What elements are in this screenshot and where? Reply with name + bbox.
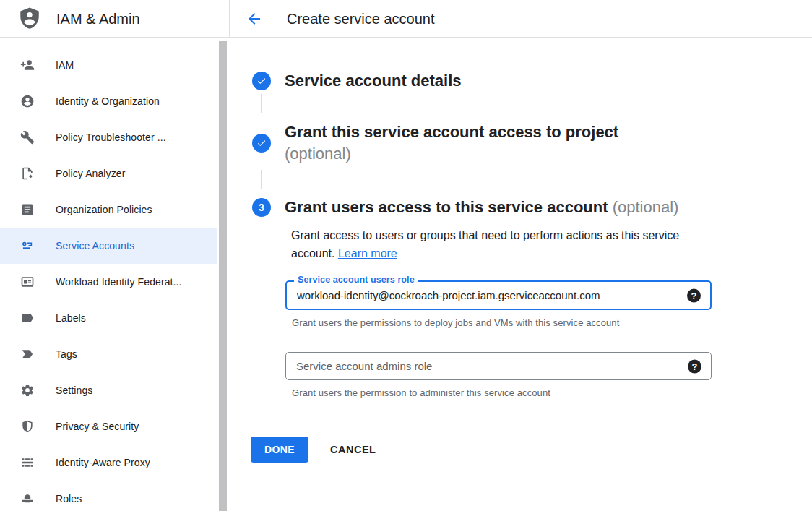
sidebar-item-policy-analyzer[interactable]: Policy Analyzer <box>0 155 217 192</box>
iam-shield-logo-icon <box>17 5 42 33</box>
sidebar-item-tags[interactable]: Tags <box>0 336 217 372</box>
sidebar-item-label: IAM <box>56 59 74 71</box>
sidebar-item-labels[interactable]: Labels <box>0 300 217 336</box>
help-icon[interactable]: ? <box>688 359 701 373</box>
sidebar-item-iam[interactable]: IAM <box>0 47 217 83</box>
step-3-description: Grant access to users or groups that nee… <box>291 226 694 262</box>
id-card-icon <box>20 275 35 289</box>
page-header: Create service account <box>230 0 812 38</box>
help-icon[interactable]: ? <box>687 288 701 302</box>
policy-analyzer-icon <box>20 166 35 181</box>
label-icon <box>20 311 35 325</box>
step-1-service-account-details: Service account details <box>252 70 462 92</box>
form-actions: DONE CANCEL <box>251 437 376 463</box>
step-2-grant-access-to-project: Grant this service account access to pro… <box>252 121 646 165</box>
sidebar-item-label: Settings <box>56 385 92 396</box>
step-3-title: Grant users access to this service accou… <box>285 197 678 218</box>
sidebar-scrollbar-thumb[interactable] <box>219 41 227 511</box>
create-service-account-form: Service account details Grant this servi… <box>230 38 812 511</box>
sidebar-item-label: Service Accounts <box>56 240 134 252</box>
sidebar-item-label: Tags <box>56 348 77 360</box>
sidebar-item-settings[interactable]: Settings <box>0 372 217 408</box>
done-button[interactable]: DONE <box>251 437 308 463</box>
sidebar-item-roles[interactable]: Roles <box>0 481 217 511</box>
account-circle-icon <box>20 94 35 108</box>
admins-role-helper-text: Grant users the permission to administer… <box>292 387 550 398</box>
proxy-icon <box>20 455 35 470</box>
back-arrow-icon[interactable] <box>246 10 263 27</box>
step-2-title: Grant this service account access to pro… <box>285 121 646 165</box>
page-title: Create service account <box>287 11 435 27</box>
service-account-users-role-field: Service account users role ? <box>285 280 712 310</box>
sidebar-item-policy-troubleshooter[interactable]: Policy Troubleshooter ... <box>0 119 217 155</box>
step-3-title-text: Grant users access to this service accou… <box>285 198 608 216</box>
step-3-number: 3 <box>259 202 264 213</box>
step-2-title-text: Grant this service account access to pro… <box>285 123 618 141</box>
sidebar-scrollbar-track <box>217 38 229 511</box>
sidebar-item-label: Organization Policies <box>56 204 152 215</box>
step-2-complete-check-icon <box>252 134 271 153</box>
step-3-grant-users-access: 3 Grant users access to this service acc… <box>252 197 678 218</box>
top-bar: IAM & Admin Create service account <box>0 0 812 38</box>
users-role-helper-text: Grant users the permissions to deploy jo… <box>292 317 619 328</box>
users-role-input[interactable] <box>287 282 710 309</box>
learn-more-link[interactable]: Learn more <box>338 247 397 259</box>
sidebar-item-service-accounts[interactable]: Service Accounts <box>0 228 217 264</box>
wrench-icon <box>20 130 35 145</box>
hat-icon <box>20 491 35 506</box>
product-header: IAM & Admin <box>0 0 230 38</box>
sidebar-item-identity-aware-proxy[interactable]: Identity-Aware Proxy <box>0 445 217 481</box>
step-3-number-badge: 3 <box>252 198 271 217</box>
product-title: IAM & Admin <box>56 11 140 27</box>
service-account-admins-role-field: ? <box>285 352 712 380</box>
person-add-icon <box>20 58 35 72</box>
sidebar-item-label: Privacy & Security <box>56 421 139 432</box>
sidebar-item-organization-policies[interactable]: Organization Policies <box>0 192 217 228</box>
gcp-console-window: IAM & Admin Create service account IAM I… <box>0 0 812 511</box>
cancel-button[interactable]: CANCEL <box>330 444 376 455</box>
sidebar-item-label: Labels <box>56 312 86 324</box>
gear-icon <box>20 383 35 398</box>
sidebar-item-label: Identity-Aware Proxy <box>56 457 150 468</box>
sidebar-item-label: Policy Troubleshooter ... <box>56 132 166 143</box>
sidebar-item-label: Identity & Organization <box>56 95 160 107</box>
step-3-optional-label: (optional) <box>613 198 679 216</box>
article-icon <box>20 202 35 217</box>
step-connector <box>261 94 262 113</box>
sidebar-item-label: Policy Analyzer <box>56 168 125 179</box>
iam-sidebar: IAM Identity & Organization Policy Troub… <box>0 38 217 511</box>
step-1-title: Service account details <box>285 70 462 92</box>
step-2-optional-label: (optional) <box>285 145 351 163</box>
service-account-icon <box>20 239 35 253</box>
sidebar-item-identity-organization[interactable]: Identity & Organization <box>0 83 217 119</box>
sidebar-item-privacy-security[interactable]: Privacy & Security <box>0 408 217 445</box>
step-1-complete-check-icon <box>252 72 271 90</box>
tag-arrow-icon <box>20 347 35 361</box>
sidebar-item-workload-identity-federation[interactable]: Workload Identity Federat... <box>0 264 217 300</box>
sidebar-item-label: Workload Identity Federat... <box>56 276 182 288</box>
step-connector <box>261 170 262 189</box>
sidebar-item-label: Roles <box>56 493 82 504</box>
admins-role-input[interactable] <box>286 353 711 379</box>
shield-icon <box>20 419 35 434</box>
